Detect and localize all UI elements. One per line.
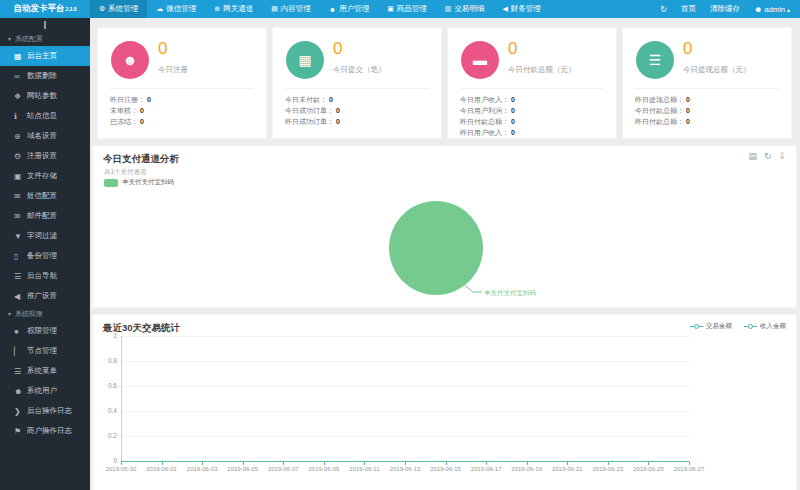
sidebar-section-system-config[interactable]: ▾系统配置 (0, 31, 90, 46)
sidebar-item-node-manage[interactable]: ▏节点管理 (0, 341, 90, 361)
x-axis-tick (648, 462, 649, 465)
stat-value: 0 (333, 39, 342, 59)
sidebar-section-system-permission[interactable]: ▾系统权限 (0, 306, 90, 321)
home-link[interactable]: 首页 (681, 4, 696, 14)
link-icon: ∞ (14, 72, 27, 81)
navbar-right: ↻ 首页 清除缓存 ☻ admin ▴ (646, 0, 800, 18)
nav-item-content-management[interactable]: ▤内容管理 (262, 0, 320, 18)
detail-value: 0 (511, 96, 515, 103)
x-axis-tick-label: 2019-06-15 (430, 466, 461, 472)
sidebar-item-backend-home[interactable]: ▦后台主页 (0, 46, 90, 66)
gridline (121, 436, 689, 437)
brand-logo[interactable]: 自动发卡平台2.3.8 (0, 0, 90, 18)
y-axis-tick-label: 0 (93, 457, 117, 464)
pie-panel-title: 今日支付通道分析 (103, 153, 179, 166)
stat-detail-rows: 昨日注册：0未审核：0已冻结：0 (110, 94, 258, 127)
sidebar-item-backup-manage[interactable]: ▯备份管理 (0, 246, 90, 266)
sidebar-item-permission-manage[interactable]: ●权限管理 (0, 321, 90, 341)
sidebar-item-promo-setting[interactable]: ◀推广设置 (0, 286, 90, 306)
detail-label: 已冻结： (110, 118, 138, 125)
sidebar-item-label: 邮件配置 (27, 211, 57, 221)
dashboard-icon: ▦ (14, 52, 27, 61)
sidebar-item-site-info[interactable]: ℹ站点信息 (0, 106, 90, 126)
stat-detail-row: 今日成功订单：0 (285, 105, 433, 116)
refresh-icon[interactable]: ↻ (764, 151, 772, 161)
nav-item-label: 用户管理 (339, 4, 369, 14)
detail-value: 0 (686, 118, 690, 125)
mail-icon: ✉ (14, 212, 27, 221)
x-axis-tick-label: 2019-05-30 (106, 466, 137, 472)
nav-item-finance-management[interactable]: ◀财务管理 (493, 0, 549, 18)
x-axis-tick (324, 462, 325, 465)
sidebar-item-mail-config[interactable]: ✉邮件配置 (0, 206, 90, 226)
legend-item-trade-amount[interactable]: 交易金额 (690, 322, 732, 331)
x-axis-tick-label: 2019-06-03 (187, 466, 218, 472)
stat-label: 今日提交（笔） (333, 65, 386, 75)
sidebar-item-sms-config[interactable]: ✉短信配置 (0, 186, 90, 206)
stat-value: 0 (158, 39, 167, 59)
divider (110, 88, 254, 89)
nav-item-gateway-channel[interactable]: ⊕网关通道 (205, 0, 262, 18)
params-icon: ❖ (14, 92, 27, 101)
users-icon: ☻ (111, 41, 149, 79)
nav-item-transaction-detail[interactable]: ▥交易明细 (436, 0, 494, 18)
sidebar-item-data-delete[interactable]: ∞数据删除 (0, 66, 90, 86)
sidebar-item-label: 系统菜单 (27, 366, 57, 376)
stat-card-today-payment-total: ▬0今日付款总额（元）今日用户收入：0今日用户利润：0昨日付款总额：0昨日用户收… (447, 27, 617, 139)
sidebar-item-merchant-op-log[interactable]: ⚑商户操作日志 (0, 421, 90, 441)
stat-detail-rows: 今日未付款：0今日成功订单：0昨日成功订单：0 (285, 94, 433, 127)
gridline (121, 336, 689, 337)
x-axis-tick (121, 462, 122, 465)
pie-legend-item[interactable]: 丰支付支付宝扫码 (104, 178, 174, 187)
pie-slice[interactable] (389, 201, 483, 295)
sidebar-item-file-storage[interactable]: ▣文件存储 (0, 166, 90, 186)
x-axis-tick (608, 462, 609, 465)
stat-detail-rows: 今日用户收入：0今日用户利润：0昨日付款总额：0昨日用户收入：0 (460, 94, 608, 138)
gridline (121, 361, 689, 362)
nav-item-wechat-management[interactable]: ☁微信管理 (147, 0, 205, 18)
cart-icon: ▣ (387, 5, 394, 13)
x-axis-tick-label: 2019-06-19 (511, 466, 542, 472)
username: admin (765, 5, 785, 14)
data-view-icon[interactable]: ▤ (748, 151, 757, 161)
stat-value: 0 (683, 39, 692, 59)
user-icon: ☻ (754, 5, 762, 14)
sidebar-item-label: 推广设置 (27, 291, 57, 301)
sidebar-item-site-params[interactable]: ❖网站参数 (0, 86, 90, 106)
sidebar-item-system-users[interactable]: ☻系统用户 (0, 381, 90, 401)
nav-item-system-management[interactable]: ⚙系统管理 (90, 0, 147, 18)
sidebar-item-admin-op-log[interactable]: ❯后台操作日志 (0, 401, 90, 421)
divider (635, 88, 779, 89)
detail-value: 0 (140, 118, 144, 125)
sidebar-item-register-setting[interactable]: ⚙注册设置 (0, 146, 90, 166)
refresh-icon: ↻ (660, 5, 667, 14)
detail-label: 今日成功订单： (285, 107, 334, 114)
sidebar-item-label: 系统用户 (27, 386, 57, 396)
legend-item-income-amount[interactable]: 收入金额 (744, 322, 786, 331)
sidebar-item-word-filter[interactable]: ▼字词过滤 (0, 226, 90, 246)
clear-cache-link[interactable]: 清除缓存 (710, 4, 740, 14)
stat-detail-row: 已冻结：0 (110, 116, 258, 127)
download-icon[interactable]: ⇩ (778, 151, 786, 161)
sidebar-item-backend-nav[interactable]: ☰后台导航 (0, 266, 90, 286)
refresh-button[interactable]: ↻ (660, 5, 667, 14)
gridline (121, 411, 689, 412)
nav-item-user-management[interactable]: ☻用户管理 (320, 0, 378, 18)
nav-item-label: 财务管理 (511, 4, 541, 14)
chart-toolbox: ▤ ↻ ⇩ (748, 151, 786, 161)
stat-value: 0 (508, 39, 517, 59)
top-navbar: 自动发卡平台2.3.8 ⚙系统管理☁微信管理⊕网关通道▤内容管理☻用户管理▣商品… (0, 0, 800, 18)
sidebar-item-domain-setting[interactable]: ⊕域名设置 (0, 126, 90, 146)
user-menu[interactable]: ☻ admin ▴ (754, 5, 790, 14)
nav-item-goods-management[interactable]: ▣商品管理 (378, 0, 436, 18)
globe-icon: ⊕ (14, 132, 27, 141)
stat-card-today-withdraw-total: ☰0今日提现总额（元）昨日提现总额：0今日付款总额：0昨日付款总额：0 (622, 27, 792, 139)
x-axis-tick-label: 2019-06-09 (308, 466, 339, 472)
sidebar-item-system-menu[interactable]: ☰系统菜单 (0, 361, 90, 381)
stat-detail-row: 未审核：0 (110, 105, 258, 116)
pie-panel-subtitle: 共1个支付通道 (104, 168, 147, 177)
card-icon: ▬ (461, 41, 499, 79)
list-icon: ☰ (14, 272, 27, 281)
gateway-icon: ⊕ (214, 5, 220, 13)
sidebar-collapse-toggle[interactable] (0, 18, 90, 31)
